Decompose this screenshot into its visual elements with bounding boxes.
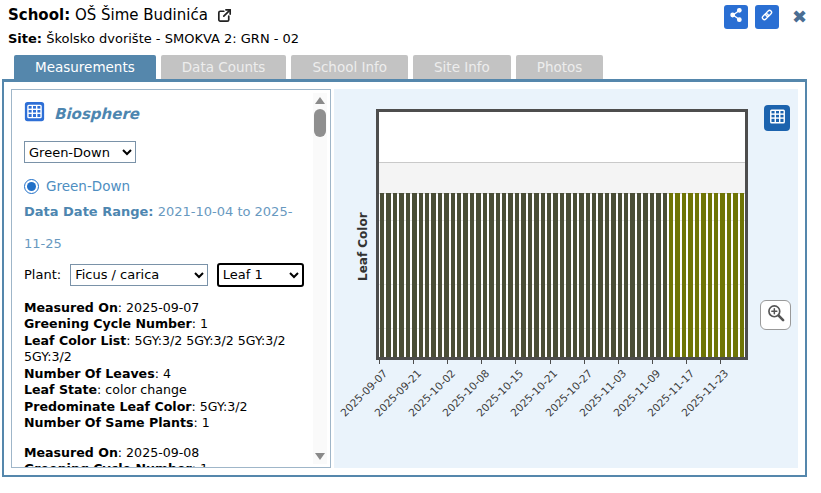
header-actions: ✖ — [724, 5, 807, 29]
show-data-table-button[interactable] — [764, 105, 790, 131]
plant-selector-row: Plant: Ficus / carica Leaf 1 — [24, 263, 304, 287]
site-title-row: Site: Školsko dvorište - SMOKVA 2: GRN -… — [8, 31, 299, 46]
bar — [708, 193, 712, 357]
chart-zoom-button[interactable] — [760, 300, 791, 330]
measurements-panel: Biosphere Green-Down Green-Down Data Dat… — [2, 79, 807, 477]
bar — [419, 193, 423, 357]
bar — [740, 193, 744, 357]
bar — [592, 193, 596, 357]
close-icon[interactable]: ✖ — [792, 5, 807, 29]
measurement-field: Number Of Same Plants: 1 — [24, 415, 304, 432]
x-tick — [379, 360, 380, 364]
x-tick — [720, 360, 721, 364]
protocol-radio-row: Green-Down — [24, 178, 304, 194]
school-label: School: — [8, 6, 70, 24]
tab-data-counts[interactable]: Data Counts — [161, 55, 287, 79]
bar — [380, 193, 384, 357]
measurement-block: Measured On: 2025-09-08Greening Cycle Nu… — [24, 445, 304, 468]
measurement-block: Measured On: 2025-09-07Greening Cycle Nu… — [24, 300, 304, 432]
protocol-dropdown[interactable]: Green-Down — [24, 141, 136, 163]
scroll-up-icon[interactable] — [315, 97, 325, 104]
bar — [714, 193, 718, 357]
x-tick — [652, 360, 653, 364]
bar — [656, 193, 660, 357]
bar — [457, 193, 461, 357]
bar — [586, 193, 590, 357]
bar — [579, 193, 583, 357]
external-link-icon[interactable] — [216, 7, 233, 24]
y-axis-label: Leaf Color — [356, 212, 370, 281]
bar — [431, 193, 435, 357]
bar — [515, 193, 519, 357]
bar — [496, 193, 500, 357]
bar — [598, 193, 602, 357]
bar — [451, 193, 455, 357]
bar — [412, 193, 416, 357]
bar — [553, 193, 557, 357]
tab-photos[interactable]: Photos — [516, 55, 604, 79]
tab-bar: Measurements Data Counts School Info Sit… — [14, 55, 603, 79]
table-icon — [24, 101, 45, 126]
data-date-range: Data Date Range: 2021-10-04 to 2025-11-2… — [24, 196, 304, 260]
plant-label: Plant: — [24, 267, 61, 282]
measurement-field: Number Of Leaves: 4 — [24, 366, 304, 383]
plant-dropdown[interactable]: Ficus / carica — [70, 264, 208, 286]
biosphere-header: Biosphere — [24, 101, 304, 126]
bar — [502, 193, 506, 357]
bar — [528, 193, 532, 357]
measurement-field: Greening Cycle Number: 1 — [24, 316, 304, 333]
bar — [476, 193, 480, 357]
share-button[interactable] — [724, 5, 748, 29]
tab-measurements[interactable]: Measurements — [14, 55, 156, 79]
bar — [720, 193, 724, 357]
plot-band — [379, 162, 745, 193]
tab-site-info[interactable]: Site Info — [413, 55, 511, 79]
chart-panel: Leaf Color 2025-09-072025-09-212025-10-0… — [334, 89, 798, 468]
bar — [630, 193, 634, 357]
link-button[interactable] — [755, 5, 779, 29]
bar — [701, 193, 705, 357]
bar — [675, 193, 679, 357]
bar — [624, 193, 628, 357]
bar — [650, 193, 654, 357]
bar — [534, 193, 538, 357]
bar — [637, 193, 641, 357]
bar — [489, 193, 493, 357]
school-title-row: School: OŠ Šime Budinića — [8, 6, 233, 24]
green-down-radio-label: Green-Down — [46, 178, 130, 194]
measurement-field: Measured On: 2025-09-08 — [24, 445, 304, 462]
bar — [663, 193, 667, 357]
site-name: Školsko dvorište - SMOKVA 2: GRN - 02 — [46, 31, 299, 46]
x-tick — [618, 360, 619, 364]
leaf-color-chart — [376, 109, 748, 360]
measurement-field: Predominate Leaf Color: 5GY:3/2 — [24, 399, 304, 416]
bar — [695, 193, 699, 357]
bar — [605, 193, 609, 357]
bar — [438, 193, 442, 357]
bar — [444, 193, 448, 357]
scrollbar-thumb[interactable] — [314, 109, 326, 137]
measurement-field: Greening Cycle Number: 1 — [24, 461, 304, 468]
bar — [521, 193, 525, 357]
x-tick — [550, 360, 551, 364]
bar — [463, 193, 467, 357]
bar — [483, 193, 487, 357]
green-down-radio[interactable] — [24, 179, 39, 194]
gridline — [379, 162, 745, 163]
sidebar-scrollbar[interactable] — [313, 93, 327, 464]
site-label: Site: — [8, 31, 42, 46]
measurement-list: Measured On: 2025-09-07Greening Cycle Nu… — [24, 300, 304, 468]
bar — [669, 193, 673, 357]
bar — [643, 193, 647, 357]
scroll-down-icon[interactable] — [315, 453, 325, 460]
bar — [727, 193, 731, 357]
x-tick — [481, 360, 482, 364]
leaf-dropdown[interactable]: Leaf 1 — [217, 263, 304, 287]
x-tick — [584, 360, 585, 364]
date-range-label: Data Date Range: — [24, 204, 154, 219]
bar — [393, 193, 397, 357]
x-tick — [447, 360, 448, 364]
bar — [508, 193, 512, 357]
tab-school-info[interactable]: School Info — [291, 55, 408, 79]
plot-band — [379, 112, 745, 162]
